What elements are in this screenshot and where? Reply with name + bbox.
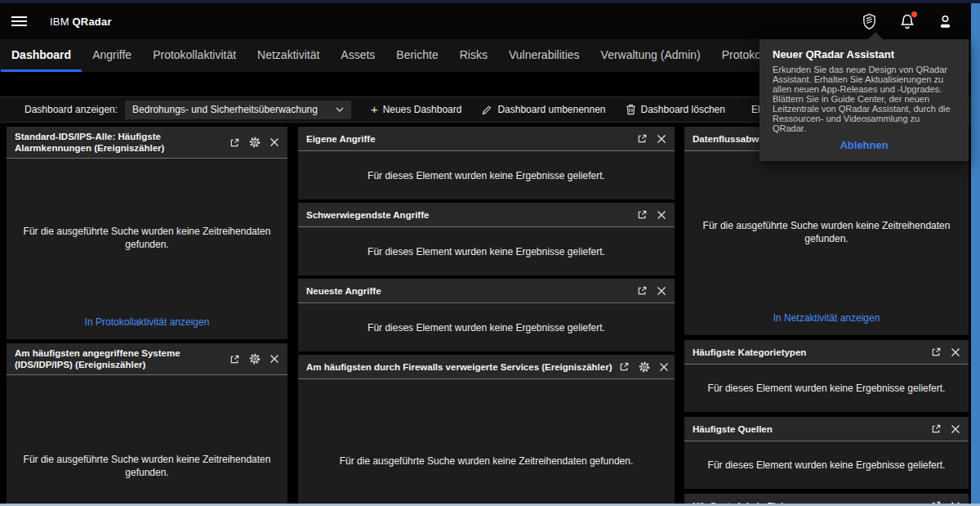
empty-message: Für die ausgeführte Suche wurden keine Z… — [7, 375, 287, 506]
settings-gear-icon[interactable] — [249, 137, 261, 148]
close-icon[interactable] — [657, 210, 666, 220]
panel-angegriffene-systeme: Am häufigsten angegriffene Systeme (IDS/… — [7, 343, 287, 506]
notification-badge — [911, 11, 917, 17]
panel-ids-ips-alarmkennungen: Standard-IDS/IPS-Alle: Häufigste Alarmke… — [7, 127, 287, 339]
panel-title: Am häufigsten durch Firewalls verweigert… — [306, 361, 612, 373]
popup-caret — [868, 32, 883, 39]
close-icon[interactable] — [659, 362, 669, 372]
panel-header: Schwerwiegendste Angriffe — [298, 203, 675, 227]
open-new-window-icon[interactable] — [637, 209, 648, 220]
tab-protokollaktivitaet[interactable]: Protokollaktivität — [142, 39, 247, 72]
panel-header: Standard-IDS/IPS-Alle: Häufigste Alarmke… — [7, 127, 287, 159]
panel-title: Schwerwiegendste Angriffe — [306, 209, 630, 221]
trash-icon — [626, 104, 636, 115]
popup-body-text: Erkunden Sie das neue Design von QRadar … — [773, 65, 956, 133]
panel-schwerwiegendste-angriffe: Schwerwiegendste Angriffe Für dieses Ele… — [298, 203, 675, 275]
close-icon[interactable] — [657, 134, 666, 144]
panel-title: Neueste Angriffe — [306, 285, 630, 297]
chevron-down-icon — [336, 107, 344, 112]
close-icon[interactable] — [270, 354, 279, 364]
panel-header: Häufigste Kategorietypen — [684, 340, 969, 365]
rename-dashboard-label: Dashboard umbenennen — [497, 104, 605, 115]
open-new-window-icon[interactable] — [637, 133, 648, 144]
close-icon[interactable] — [270, 137, 279, 147]
dashboard-grid: Standard-IDS/IPS-Alle: Häufigste Alarmke… — [7, 127, 969, 506]
new-dashboard-label: Neues Dashboard — [383, 104, 462, 115]
panel-header: Neueste Angriffe — [298, 279, 675, 303]
popup-title: Neuer QRadar Assistant — [773, 48, 956, 60]
tab-risks[interactable]: Risks — [449, 39, 498, 72]
empty-message: Für dieses Element wurden keine Ergebnis… — [684, 365, 969, 412]
panel-neueste-angriffe: Neueste Angriffe Für dieses Element wurd… — [298, 279, 675, 352]
panel-title: Am häufigsten angegriffene Systeme (IDS/… — [15, 347, 223, 370]
tab-berichte[interactable]: Berichte — [385, 39, 448, 72]
panel-title: Eigene Angriffe — [306, 133, 630, 145]
tab-verwaltung-admin[interactable]: Verwaltung (Admin) — [590, 39, 711, 72]
panel-haeufigste-quellen: Häufigste Quellen Für dieses Element wur… — [684, 417, 969, 489]
open-new-window-icon[interactable] — [931, 347, 942, 357]
empty-message: Für die ausgeführte Suche wurden keine Z… — [7, 159, 287, 316]
panel-eigene-angriffe: Eigene Angriffe Für dieses Element wurde… — [298, 127, 675, 199]
show-dashboard-label: Dashboard anzeigen: — [24, 104, 118, 115]
new-dashboard-button[interactable]: + Neues Dashboard — [371, 104, 462, 115]
window-right-edge[interactable] — [971, 0, 980, 506]
close-icon[interactable] — [951, 347, 960, 357]
panel-title: Häufigste Quellen — [693, 423, 924, 435]
empty-message: Für dieses Element wurden keine Ergebnis… — [684, 441, 969, 489]
open-new-window-icon[interactable] — [229, 354, 240, 365]
assistant-notification-popup: Neuer QRadar Assistant Erkunden Sie das … — [760, 39, 969, 161]
tab-assets[interactable]: Assets — [330, 39, 385, 72]
panel-header: Am häufigsten durch Firewalls verweigert… — [298, 355, 675, 379]
open-new-window-icon[interactable] — [619, 361, 630, 372]
show-in-network-activity-link[interactable]: In Netzaktivität anzeigen — [684, 312, 969, 335]
brand-name: QRadar — [73, 16, 112, 28]
empty-message: Für die ausgeführte Suche wurden keine Z… — [298, 379, 675, 506]
empty-message: Für die ausgeführte Suche wurden keine Z… — [684, 151, 969, 312]
open-new-window-icon[interactable] — [637, 285, 648, 296]
empty-message: Für dieses Element wurden keine Ergebnis… — [298, 151, 675, 199]
empty-message: Für dieses Element wurden keine Ergebnis… — [298, 227, 675, 275]
open-new-window-icon[interactable] — [229, 137, 240, 148]
app-title: IBM QRadar — [50, 16, 112, 28]
notifications-bell-icon[interactable] — [899, 13, 915, 30]
panel-title: Standard-IDS/IPS-Alle: Häufigste Alarmke… — [15, 131, 223, 154]
panel-haeufigste-kategorietypen: Häufigste Kategorietypen Für dieses Elem… — [684, 340, 969, 412]
rename-dashboard-button[interactable]: Dashboard umbenennen — [481, 104, 605, 115]
delete-dashboard-label: Dashboard löschen — [641, 104, 725, 115]
plus-icon: + — [371, 105, 378, 114]
brand-prefix: IBM — [50, 16, 69, 28]
panel-header: Häufigste Quellen — [684, 417, 969, 441]
app-header: IBM QRadar — [0, 3, 971, 39]
show-in-log-activity-link[interactable]: In Protokollaktivität anzeigen — [7, 316, 287, 339]
dismiss-link[interactable]: Ablehnen — [773, 139, 956, 151]
panel-header: Am häufigsten angegriffene Systeme (IDS/… — [7, 343, 287, 375]
settings-gear-icon[interactable] — [639, 361, 650, 373]
dashboard-select-value: Bedrohungs- und Sicherheitsüberwachung — [132, 104, 318, 115]
tab-vulnerabilities[interactable]: Vulnerabilities — [498, 39, 590, 72]
close-icon[interactable] — [951, 424, 960, 434]
panel-title: Häufigste Kategorietypen — [693, 347, 924, 358]
delete-dashboard-button[interactable]: Dashboard löschen — [626, 104, 725, 115]
open-new-window-icon[interactable] — [931, 423, 942, 434]
tab-netzaktivitaet[interactable]: Netzaktivität — [247, 39, 330, 72]
panel-firewalls-verweigerte-services: Am häufigsten durch Firewalls verweigert… — [298, 355, 675, 506]
tab-dashboard[interactable]: Dashboard — [1, 39, 82, 72]
empty-message: Für dieses Element wurden keine Ergebnis… — [298, 303, 675, 352]
user-profile-icon[interactable] — [938, 14, 953, 29]
tab-angriffe[interactable]: Angriffe — [82, 39, 142, 72]
hamburger-menu-icon[interactable] — [11, 16, 27, 27]
qradar-assistant-icon[interactable] — [862, 13, 877, 30]
window-top-edge — [0, 0, 980, 3]
panel-header: Eigene Angriffe — [298, 127, 675, 151]
dashboard-select[interactable]: Bedrohungs- und Sicherheitsüberwachung — [125, 101, 351, 119]
close-icon[interactable] — [657, 286, 666, 296]
pencil-icon — [481, 105, 492, 115]
settings-gear-icon[interactable] — [249, 353, 261, 365]
